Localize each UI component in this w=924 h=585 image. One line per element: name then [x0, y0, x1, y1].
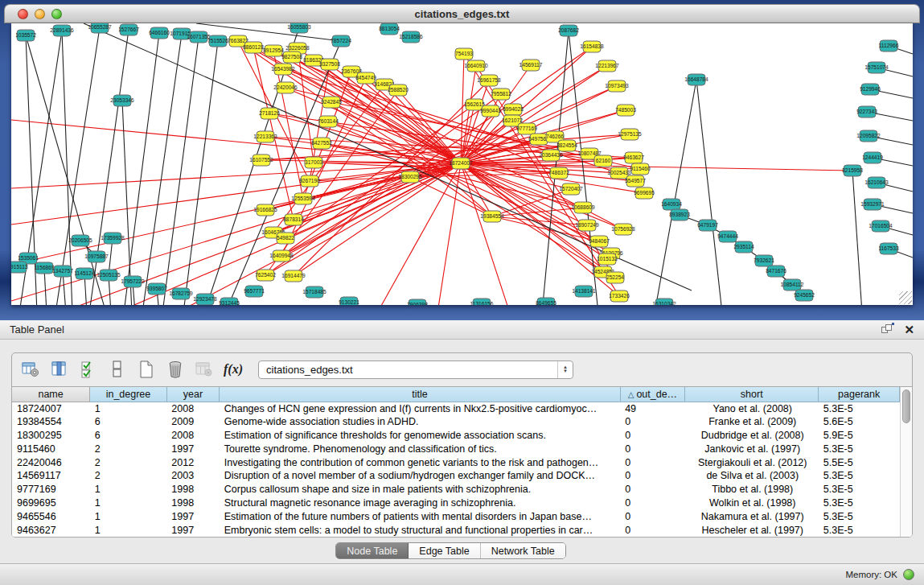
- network-node[interactable]: 12213363: [253, 131, 277, 142]
- network-node[interactable]: 8215958: [842, 165, 863, 176]
- network-node[interactable]: 7515526: [207, 35, 228, 47]
- network-node[interactable]: 8471676: [766, 266, 786, 277]
- network-node[interactable]: 16154838: [580, 41, 604, 52]
- network-node[interactable]: 16648784: [684, 74, 708, 85]
- network-node[interactable]: 10655287: [88, 23, 112, 33]
- network-node[interactable]: 9484067: [589, 236, 610, 247]
- network-node[interactable]: 15751074: [864, 62, 889, 73]
- column-header-year[interactable]: year: [166, 387, 219, 402]
- network-node[interactable]: 1015132: [597, 253, 618, 265]
- network-node[interactable]: 9245652: [794, 290, 815, 301]
- network-node[interactable]: 9242845: [321, 97, 342, 108]
- network-node[interactable]: 9699695: [634, 187, 655, 199]
- network-canvas[interactable]: 1872400776638228860128891295423226058982…: [11, 23, 913, 305]
- network-node[interactable]: 1167533: [878, 243, 899, 254]
- network-node[interactable]: 9115460: [630, 163, 651, 175]
- network-node[interactable]: 7625402: [255, 270, 276, 281]
- network-window-titlebar[interactable]: citations_edges.txt: [4, 4, 920, 23]
- network-node[interactable]: 7955812: [491, 89, 511, 100]
- network-node[interactable]: 6479197: [697, 220, 718, 231]
- network-node[interactable]: 18300295: [398, 171, 422, 183]
- network-node[interactable]: 2935114: [733, 241, 754, 253]
- network-node[interactable]: 14569117: [519, 60, 543, 71]
- network-node[interactable]: 17016504: [869, 220, 893, 232]
- network-node[interactable]: 11316156: [470, 299, 494, 305]
- network-node[interactable]: 16310342: [652, 299, 676, 305]
- resize-corner-handle[interactable]: [899, 291, 912, 304]
- column-header-name[interactable]: name: [12, 387, 90, 402]
- network-node[interactable]: 7906398: [407, 299, 428, 305]
- network-node[interactable]: 1342757: [52, 266, 73, 277]
- network-node[interactable]: 3824554: [556, 140, 577, 151]
- network-node[interactable]: 12975135: [618, 129, 642, 140]
- network-node[interactable]: 1244419: [862, 152, 883, 163]
- network-node[interactable]: 15718485: [302, 286, 326, 298]
- network-node[interactable]: 16961758: [477, 75, 501, 86]
- network-node[interactable]: 16210643: [864, 177, 889, 188]
- tab-network-table[interactable]: Network Table: [481, 543, 565, 558]
- delete-columns-icon[interactable]: [165, 359, 186, 380]
- network-node[interactable]: 2087682: [558, 25, 579, 36]
- network-node[interactable]: 62160: [594, 155, 612, 167]
- network-node[interactable]: 1145124: [74, 268, 95, 279]
- table-selector-dropdown[interactable]: citations_edges.txt ▲▼: [258, 360, 573, 379]
- vertical-scrollbar[interactable]: [900, 387, 912, 537]
- tab-node-table[interactable]: Node Table: [336, 543, 409, 558]
- network-node[interactable]: 22891436: [50, 25, 74, 36]
- tab-edge-table[interactable]: Edge Table: [409, 543, 480, 558]
- network-node[interactable]: 18724007: [449, 158, 473, 169]
- float-panel-icon[interactable]: [881, 324, 893, 335]
- network-node[interactable]: 9474444: [717, 231, 738, 242]
- column-header-out_de[interactable]: △out_de…: [620, 387, 685, 402]
- network-node[interactable]: 22420046: [273, 82, 298, 93]
- network-node[interactable]: 8878314: [283, 214, 304, 225]
- column-header-title[interactable]: title: [220, 387, 620, 402]
- network-node[interactable]: 9327508: [319, 59, 340, 70]
- table-row[interactable]: 911546021997Tourette syndrome. Phenomeno…: [12, 442, 900, 455]
- network-node[interactable]: 1156869: [34, 262, 55, 274]
- column-header-short[interactable]: short: [685, 387, 819, 402]
- network-node[interactable]: 15720407: [559, 183, 583, 195]
- network-node[interactable]: 1527667: [118, 24, 139, 35]
- network-node[interactable]: 9915113: [11, 262, 28, 273]
- network-node[interactable]: 12553594: [291, 193, 315, 204]
- network-node[interactable]: 6466160: [149, 27, 170, 39]
- column-header-pagerank[interactable]: pagerank: [819, 387, 900, 402]
- scrollbar-thumb[interactable]: [902, 389, 910, 423]
- network-node[interactable]: 7932621: [754, 255, 774, 266]
- network-node[interactable]: 5549577: [625, 175, 646, 187]
- network-node[interactable]: 9827508: [281, 51, 302, 63]
- network-node[interactable]: 9267190: [299, 175, 320, 187]
- network-node[interactable]: 10688609: [571, 202, 595, 213]
- network-node[interactable]: 8938923: [669, 209, 690, 220]
- network-node[interactable]: 9990443: [480, 105, 501, 117]
- network-node[interactable]: 16640910: [464, 60, 488, 72]
- function-builder-icon[interactable]: f(x): [223, 359, 244, 380]
- network-node[interactable]: 12095822: [856, 130, 881, 142]
- network-node[interactable]: 8813054: [379, 23, 400, 35]
- network-node[interactable]: 16107552: [249, 154, 273, 166]
- network-node[interactable]: 10973493: [605, 80, 629, 92]
- network-node[interactable]: 16782759: [169, 288, 193, 299]
- network-node[interactable]: 14138141: [572, 286, 596, 297]
- network-node[interactable]: 2718126: [259, 108, 280, 119]
- network-node[interactable]: 252254: [606, 272, 624, 283]
- table-row[interactable]: 1830029562008Estimation of significance …: [12, 429, 900, 443]
- network-node[interactable]: 12505135: [97, 270, 121, 281]
- network-node[interactable]: 549822: [277, 233, 294, 244]
- network-node[interactable]: 1640934: [661, 199, 682, 210]
- network-node[interactable]: 1112966: [879, 40, 899, 51]
- network-node[interactable]: 7857224: [331, 35, 351, 47]
- network-node[interactable]: 9395807: [146, 283, 167, 295]
- network-node[interactable]: 9657771: [244, 286, 265, 297]
- network-node[interactable]: 23053346: [110, 95, 134, 106]
- network-node[interactable]: 15218586: [399, 31, 423, 43]
- table-row[interactable]: 1938455462009Genome-wide association stu…: [12, 415, 900, 429]
- network-node[interactable]: 10975887: [84, 251, 109, 262]
- network-node[interactable]: 7603144: [318, 116, 339, 127]
- network-node[interactable]: 16543982: [271, 64, 295, 75]
- minimize-window-icon[interactable]: [35, 9, 45, 19]
- network-node[interactable]: 8860128: [243, 42, 264, 53]
- network-node[interactable]: 7486372: [548, 167, 569, 179]
- table-row[interactable]: 1456911722003Disruption of a novel membe…: [12, 469, 900, 483]
